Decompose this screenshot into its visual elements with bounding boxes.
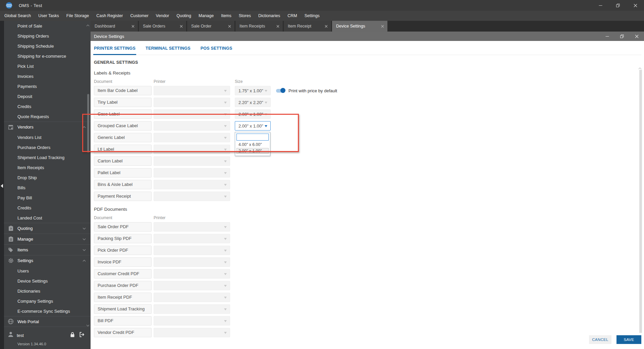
tab-close-icon[interactable] [325, 25, 328, 28]
content-scrollbar[interactable] [639, 70, 642, 333]
menu-item-global-search[interactable]: Global Search [1, 11, 35, 21]
document-field[interactable]: Bins & Aisle Label [94, 180, 152, 189]
size-select-open[interactable]: 2.00" x 1.00" 4.00" x 6.00" 2.00" x 1.00… [235, 121, 271, 131]
print-price-toggle[interactable] [276, 89, 285, 93]
menu-item-quoting[interactable]: Quoting [173, 11, 195, 21]
size-filter-input[interactable] [236, 134, 269, 141]
menu-item-settings[interactable]: Settings [301, 11, 323, 21]
menu-item-crm[interactable]: CRM [284, 11, 301, 21]
printer-select[interactable] [154, 168, 230, 178]
printer-select[interactable] [154, 156, 230, 166]
sidebar-item-pick-list[interactable]: Pick List [4, 61, 91, 71]
sidebar-section-web-portal[interactable]: Web Portal [4, 316, 91, 327]
sidebar-item-shipping-orders[interactable]: Shipping Orders [4, 31, 91, 41]
sidebar-section-manage[interactable]: Manage [4, 234, 91, 244]
lock-icon[interactable] [70, 332, 75, 339]
printer-select[interactable] [154, 121, 230, 131]
sidebar-section-items[interactable]: Items [4, 244, 91, 255]
tab-close-icon[interactable] [180, 25, 183, 28]
printer-select[interactable] [154, 269, 230, 279]
save-button[interactable]: SAVE [616, 335, 641, 344]
sidebar-item-payments[interactable]: Payments [4, 81, 91, 91]
document-field[interactable]: Generic Label [94, 133, 152, 142]
sidebar-item-shipment-load-tracking[interactable]: Shipment Load Tracking [4, 152, 91, 162]
size-option-selected[interactable]: 2.00" x 1.00" [236, 148, 269, 154]
sidebar-section-quoting[interactable]: ? Quoting [4, 223, 91, 234]
printer-select[interactable] [154, 234, 230, 243]
tab-printer-settings[interactable]: PRINTER SETTINGS [94, 46, 136, 51]
sidebar-item-landed-cost[interactable]: Landed Cost [4, 213, 91, 223]
panel-restore-button[interactable] [614, 32, 629, 41]
document-field[interactable]: Carton Label [94, 156, 152, 166]
menu-item-dictionaries[interactable]: Dictionaries [255, 11, 284, 21]
sidebar-item-deposit[interactable]: Deposit [4, 91, 91, 101]
printer-select[interactable] [154, 246, 230, 255]
document-field[interactable]: Case Label [94, 109, 152, 119]
sidebar-item-ecommerce-sync-settings[interactable]: E-commerce Sync Settings [4, 306, 91, 316]
printer-select[interactable] [154, 133, 230, 142]
document-field[interactable]: Grouped Case Label [94, 121, 152, 131]
tab-sale-orders[interactable]: Sale Orders [139, 21, 186, 32]
sidebar-section-vendors[interactable]: Vendors [4, 121, 91, 132]
document-field[interactable]: Item Receipt PDF [94, 293, 152, 302]
window-minimize-button[interactable] [592, 0, 609, 11]
printer-select[interactable] [154, 316, 230, 326]
menu-item-stores[interactable]: Stores [235, 11, 255, 21]
printer-select[interactable] [154, 192, 230, 201]
sidebar-item-users[interactable]: Users [4, 266, 91, 276]
sidebar-item-invoices[interactable]: Invoices [4, 71, 91, 81]
printer-select[interactable] [154, 98, 230, 107]
panel-minimize-button[interactable] [600, 32, 614, 41]
document-field[interactable]: Pick Order PDF [94, 246, 152, 255]
menu-item-items[interactable]: Items [217, 11, 235, 21]
document-field[interactable]: Packing Slip PDF [94, 234, 152, 243]
menu-item-manage[interactable]: Manage [195, 11, 217, 21]
menu-item-file-storage[interactable]: File Storage [63, 11, 93, 21]
document-field[interactable]: Purchase Order PDF [94, 281, 152, 290]
sidebar-item-purchase-orders[interactable]: Purchase Orders [4, 142, 91, 152]
cancel-button[interactable]: CANCEL [589, 335, 611, 344]
sidebar-item-credits[interactable]: Credits [4, 101, 91, 111]
tab-close-icon[interactable] [131, 25, 135, 28]
document-field[interactable]: Customer Credit PDF [94, 269, 152, 279]
printer-select[interactable] [154, 293, 230, 302]
sidebar-scroll-up-icon[interactable] [86, 22, 90, 28]
window-close-button[interactable] [627, 0, 644, 11]
size-option[interactable]: 4.00" x 6.00" [236, 142, 269, 147]
tab-close-icon[interactable] [381, 25, 384, 28]
sidebar-item-quote-requests[interactable]: Quote Requests [4, 111, 91, 121]
sidebar-collapse-strip[interactable] [0, 21, 4, 349]
printer-select[interactable] [154, 257, 230, 267]
size-select[interactable]: 2.20" x 2.20" [235, 98, 271, 107]
tab-dashboard[interactable]: Dashboard [91, 21, 138, 32]
printer-select[interactable] [154, 281, 230, 290]
sidebar-item-device-settings[interactable]: Device Settings [4, 276, 91, 286]
tab-close-icon[interactable] [228, 25, 231, 28]
sidebar-item-vendors-list[interactable]: Vendors List [4, 132, 91, 142]
document-field[interactable]: Payment Receipt [94, 192, 152, 201]
document-field[interactable]: Vendor Credit PDF [94, 328, 152, 337]
sidebar-section-settings[interactable]: Settings [4, 255, 91, 266]
document-field[interactable]: Bill PDF [94, 316, 152, 326]
printer-select[interactable] [154, 109, 230, 119]
printer-select[interactable] [154, 328, 230, 337]
document-field[interactable]: Item Bar Code Label [94, 86, 152, 95]
printer-select[interactable] [154, 304, 230, 314]
logout-icon[interactable] [79, 332, 85, 339]
printer-select[interactable] [154, 180, 230, 189]
printer-select[interactable] [154, 222, 230, 232]
document-field[interactable]: Pallet Label [94, 168, 152, 178]
tab-pos-settings[interactable]: POS SETTINGS [201, 46, 232, 51]
document-field[interactable]: Tiny Label [94, 98, 152, 107]
document-field[interactable]: Shipment Load Tracking PDF [94, 304, 152, 314]
menu-item-user-tasks[interactable]: User Tasks [35, 11, 63, 21]
document-field[interactable]: Sale Order PDF [94, 222, 152, 232]
menu-item-cash-register[interactable]: Cash Register [93, 11, 126, 21]
sidebar-item-bills[interactable]: Bills [4, 183, 91, 193]
tab-item-receipt[interactable]: Item Receipt [284, 21, 331, 32]
printer-select[interactable] [154, 86, 230, 95]
sidebar-item-shipping-ecommerce[interactable]: Shipping for e-commerce [4, 51, 91, 61]
tab-device-settings[interactable]: Device Settings [332, 21, 387, 32]
size-select[interactable]: 2.00" x 1.00" [235, 109, 271, 119]
collapse-left-arrow-icon[interactable] [1, 184, 3, 188]
